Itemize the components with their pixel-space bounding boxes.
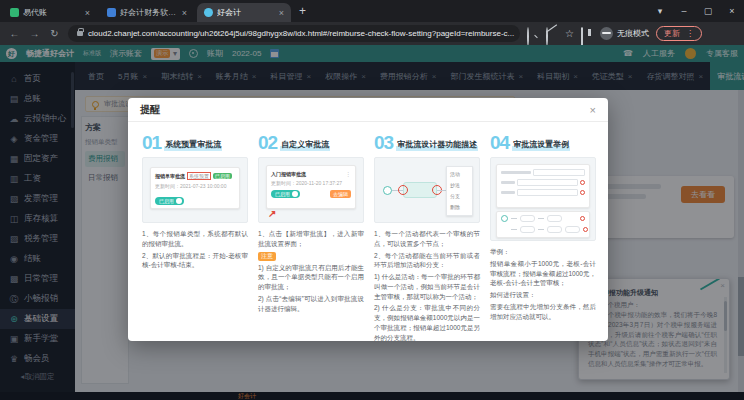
red-highlight-circle <box>398 185 408 195</box>
red-remove-icon <box>580 216 585 221</box>
step-description: 1、每一个活动都代表一个审核的节点，可以设置多个节点； 2、每个活动都能在当前环… <box>374 229 480 341</box>
maximize-button[interactable]: ▢ <box>696 6 720 16</box>
tab-close-icon[interactable]: × <box>182 8 187 18</box>
step2-thumbnail: 入门报销审批流 ⋮ 更新时间：2020-11-20 17:37:27 已启用 去… <box>258 157 364 223</box>
browser-tab-yidaizhang[interactable]: 易代账 × <box>3 3 97 22</box>
forward-icon[interactable]: → <box>28 28 41 39</box>
step-description: 举例： 报销单金额小于1000元，老板-会计审核流程；报销单金额超过1000元，… <box>490 247 596 321</box>
screen: 易代账 × 好会计财务软件购买价格及... × 好会计 × + ▾ – ▢ × … <box>0 0 744 400</box>
zoom-icon[interactable] <box>527 28 539 40</box>
browser-tab-label: 易代账 <box>23 7 81 18</box>
tab-favicon <box>107 8 116 17</box>
enabled-toggle: 已启用 <box>271 190 300 198</box>
tab-close-icon[interactable]: × <box>85 8 90 18</box>
step-system-preset-flow: 01 系统预置审批流 报销单审批流 系统预置 已启用 更新时间：2021-07-… <box>142 131 248 341</box>
flow-connector <box>538 218 544 219</box>
eye-off-icon[interactable] <box>546 28 558 40</box>
browser-tab-pricing[interactable]: 好会计财务软件购买价格及... × <box>100 3 194 22</box>
placeholder-line <box>501 191 515 194</box>
menu-item: 删除 <box>450 202 469 213</box>
red-arrow-icon: ↗ <box>268 208 276 219</box>
placeholder-field <box>517 179 578 186</box>
step3-thumbnail: 活动 抄送 分支 删除 <box>374 157 480 223</box>
modal-header: 提醒 × <box>128 98 608 122</box>
notice-badge: 注意 <box>258 252 276 261</box>
thumb-update-time: 更新时间：2020-11-20 17:37:27 <box>271 180 351 186</box>
flow-start-node <box>383 186 392 195</box>
flow-connector <box>538 229 544 230</box>
red-remove-icon <box>583 227 588 232</box>
side-panel-icon[interactable] <box>581 28 593 40</box>
tab-search-icon[interactable]: ▾ <box>648 6 672 16</box>
incognito-avatar-icon <box>600 27 613 40</box>
flow-activity-node <box>520 215 535 222</box>
step-title: 系统预置审批流 <box>164 139 222 151</box>
step4-thumbnail <box>490 157 596 241</box>
placeholder-field <box>517 189 578 196</box>
step-title: 审批流设置举例 <box>512 139 570 151</box>
window-controls: ▾ – ▢ × <box>648 0 744 22</box>
step-title: 审批流设计器功能描述 <box>396 139 478 151</box>
step1-thumbnail: 报销单审批流 系统预置 已启用 更新时间：2021-07-23 10:00:00… <box>142 157 248 223</box>
incognito-label: 无痕模式 <box>617 28 649 39</box>
placeholder-field <box>533 169 585 176</box>
kebab-menu-icon: ⋮ <box>345 170 351 177</box>
placeholder-line <box>501 171 531 174</box>
thumb-form-card <box>496 164 590 208</box>
flow-activity-node <box>547 226 562 233</box>
step-number: 02 <box>258 135 277 151</box>
step-number: 04 <box>490 135 509 151</box>
minimize-button[interactable]: – <box>672 6 696 16</box>
reminder-modal: 提醒 × 01 系统预置审批流 报销单审批流 系统预置 已启用 <box>128 98 608 341</box>
flow-activity-node <box>565 226 580 233</box>
thumb-update-time: 更新时间：2021-07-23 10:00:00 <box>155 183 235 189</box>
context-menu-panel: 活动 抄送 分支 删除 <box>446 166 473 216</box>
status-tag: 已启用 <box>213 173 232 179</box>
tab-close-icon[interactable]: × <box>279 8 284 18</box>
red-remove-icon <box>580 190 585 195</box>
enabled-toggle: 已启用 <box>155 197 184 205</box>
modal-close-icon[interactable]: × <box>590 104 596 116</box>
placeholder-line <box>501 181 515 184</box>
bookmark-star-icon[interactable]: ☆ <box>565 28 574 39</box>
edit-button: 去编辑 <box>330 190 351 198</box>
menu-item: 活动 <box>450 169 469 180</box>
browser-url-bar: ← → ↻ cloud2.chanjet.com/accounting/uh26… <box>0 22 744 45</box>
kebab-menu-icon[interactable]: ⋮ <box>686 29 694 38</box>
highlighted-tag: 系统预置 <box>187 172 211 180</box>
thumb-flow-card <box>496 211 590 238</box>
address-input[interactable]: cloud2.chanjet.com/accounting/uh26t264j5… <box>68 25 520 42</box>
flow-activity-node <box>547 215 562 222</box>
browser-update-button[interactable]: 更新 ⋮ <box>656 26 702 41</box>
step-setting-example: 04 审批流设置举例 <box>490 131 596 341</box>
thumb-card-title: 报销单审批流 <box>155 173 185 179</box>
flow-connector <box>511 229 517 230</box>
step-number: 03 <box>374 135 393 151</box>
tab-favicon <box>10 8 19 17</box>
modal-body: 01 系统预置审批流 报销单审批流 系统预置 已启用 更新时间：2021-07-… <box>128 122 608 341</box>
menu-item: 抄送 <box>450 180 469 191</box>
step-designer-functions: 03 审批流设计器功能描述 活动 抄送 分支 删除 <box>374 131 480 341</box>
reload-icon[interactable]: ↻ <box>48 28 61 39</box>
step-description: 1、点击【新增审批流】，进入新审批流设置界面； 注意 1) 自定义的审批流只有启… <box>258 229 364 313</box>
menu-item: 分支 <box>450 191 469 202</box>
tab-favicon <box>204 8 213 17</box>
flow-connector <box>511 218 517 219</box>
lock-icon <box>77 31 83 36</box>
url-text: cloud2.chanjet.com/accounting/uh26t264j5… <box>88 29 514 38</box>
browser-tab-label: 好会计财务软件购买价格及... <box>120 7 178 18</box>
back-icon[interactable]: ← <box>8 28 21 39</box>
browser-tab-haokuaiji[interactable]: 好会计 × <box>197 3 291 22</box>
close-window-button[interactable]: × <box>720 6 744 16</box>
thumb-card: 报销单审批流 系统预置 已启用 更新时间：2021-07-23 10:00:00… <box>150 167 240 209</box>
red-remove-icon <box>580 180 585 185</box>
step-description: 1、每个报销单类型，系统都有默认的报销审批流。 2、默认的审批流程是：开始-老板… <box>142 229 248 270</box>
new-tab-button[interactable]: + <box>299 4 306 18</box>
step-number: 01 <box>142 135 161 151</box>
step-custom-flow: 02 自定义审批流 入门报销审批流 ⋮ 更新时间：2020-11-20 17:3… <box>258 131 364 341</box>
thumb-card: 入门报销审批流 ⋮ 更新时间：2020-11-20 17:37:27 已启用 去… <box>266 165 356 209</box>
incognito-badge: 无痕模式 <box>600 27 649 40</box>
flow-activity-node <box>520 226 535 233</box>
thumb-card-title: 入门报销审批流 <box>271 171 306 177</box>
browser-tab-label: 好会计 <box>217 7 275 18</box>
